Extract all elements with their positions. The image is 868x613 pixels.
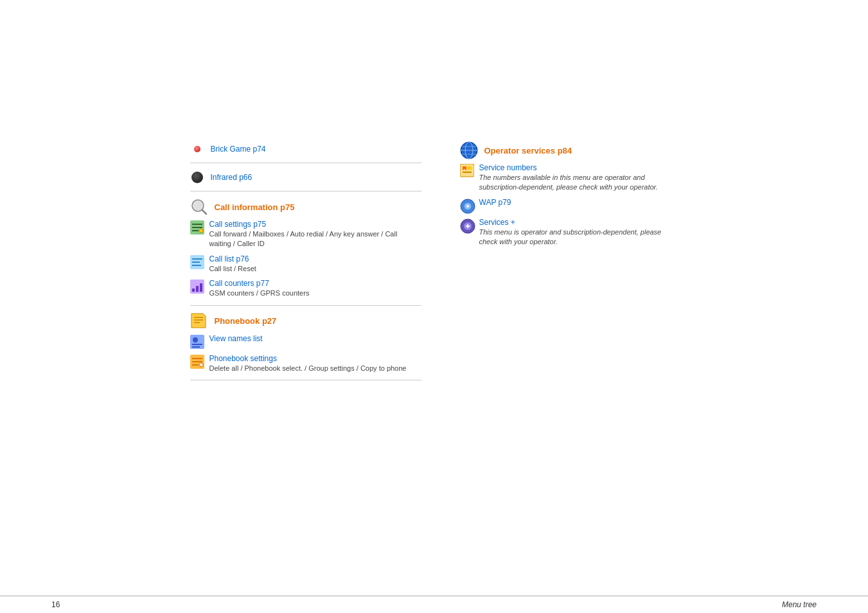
svg-rect-22	[192, 346, 200, 348]
call-counters-item: Call counters p77 GSM counters / GPRS co…	[190, 279, 421, 298]
call-list-text: Call list p76 Call list / Reset	[209, 254, 421, 274]
service-numbers-label: Service numbers	[479, 163, 678, 172]
footer-title: Menu tree	[782, 600, 817, 609]
svg-rect-10	[192, 265, 201, 266]
phonebook-settings-label: Phonebook settings	[209, 354, 421, 363]
svg-rect-25	[192, 361, 202, 362]
svg-point-6	[199, 229, 203, 233]
call-information-title: Call information p75	[215, 202, 295, 212]
call-settings-icon	[190, 220, 204, 235]
call-settings-label: Call settings p75	[209, 220, 421, 229]
services-plus-icon	[460, 218, 474, 233]
phonebook-settings-desc: Delete all / Phonebook select. / Group s…	[209, 364, 421, 373]
svg-rect-5	[192, 230, 199, 231]
call-list-desc: Call list / Reset	[209, 264, 421, 274]
red-dot-icon	[190, 142, 204, 156]
svg-rect-8	[192, 258, 202, 260]
svg-rect-26	[192, 364, 199, 366]
infrared-icon	[190, 170, 204, 184]
wap-label: WAP p79	[479, 198, 678, 207]
call-counters-icon	[190, 280, 204, 294]
service-numbers-item: Service numbers The numbers available in…	[460, 163, 678, 193]
call-settings-item: Call settings p75 Call forward / Mailbox…	[190, 220, 421, 249]
call-list-label: Call list p76	[209, 254, 421, 263]
infrared-label: Infrared p66	[211, 173, 252, 182]
divider-1	[190, 163, 421, 163]
call-list-item: Call list p76 Call list / Reset	[190, 254, 421, 274]
wap-item: WAP p79	[460, 198, 678, 213]
services-plus-label: Services +	[479, 218, 678, 227]
svg-text:+: +	[200, 364, 202, 368]
footer-bar: 16 Menu tree	[0, 596, 868, 613]
view-names-label: View names list	[209, 334, 421, 343]
svg-rect-14	[200, 283, 202, 292]
page-number: 16	[51, 600, 60, 609]
magnifier-icon	[190, 198, 208, 216]
call-settings-desc: Call forward / Mailboxes / Auto redial /…	[209, 229, 421, 249]
brick-game-section: Brick Game p74	[190, 141, 421, 156]
svg-point-20	[193, 337, 198, 342]
svg-rect-3	[192, 224, 202, 225]
services-plus-text: Services + This menu is operator and sub…	[479, 218, 678, 247]
svg-rect-4	[192, 227, 202, 228]
left-column: Brick Game p74 Infrared p66 Cal	[190, 141, 421, 387]
call-counters-text: Call counters p77 GSM counters / GPRS co…	[209, 279, 421, 298]
divider-2	[190, 191, 421, 191]
svg-point-40	[466, 205, 469, 208]
ph-settings-icon: +	[190, 355, 204, 369]
wap-text: WAP p79	[479, 198, 678, 207]
service-numbers-icon	[460, 164, 474, 178]
view-names-text: View names list	[209, 334, 421, 343]
phonebook-title: Phonebook p27	[215, 316, 277, 326]
services-plus-item: Services + This menu is operator and sub…	[460, 218, 678, 247]
svg-rect-9	[192, 262, 200, 263]
phonebook-icon	[190, 312, 208, 330]
content-area: Brick Game p74 Infrared p66 Cal	[190, 141, 678, 387]
view-names-item: View names list	[190, 334, 421, 349]
operator-services-header: Operator services p84	[460, 141, 678, 159]
svg-rect-34	[460, 164, 474, 177]
operator-services-title: Operator services p84	[484, 146, 572, 155]
infrared-section: Infrared p66	[190, 170, 421, 184]
call-settings-text: Call settings p75 Call forward / Mailbox…	[209, 220, 421, 249]
svg-rect-21	[192, 344, 202, 345]
phonebook-settings-text: Phonebook settings Delete all / Phoneboo…	[209, 354, 421, 373]
call-information-header: Call information p75	[190, 198, 421, 216]
globe-icon	[460, 141, 478, 159]
call-counters-desc: GSM counters / GPRS counters	[209, 289, 421, 298]
phonebook-header: Phonebook p27	[190, 312, 421, 330]
svg-rect-37	[463, 172, 472, 173]
divider-3	[190, 305, 421, 306]
svg-marker-15	[191, 314, 206, 328]
names-icon	[190, 335, 204, 349]
call-list-icon	[190, 255, 204, 269]
svg-rect-12	[192, 289, 195, 292]
brick-game-label: Brick Game p74	[211, 145, 266, 154]
services-plus-desc: This menu is operator and subscription-d…	[479, 227, 678, 247]
right-column: Operator services p84 Service numbers Th…	[460, 141, 678, 253]
wap-icon	[460, 199, 474, 213]
page-container: Brick Game p74 Infrared p66 Cal	[0, 0, 868, 425]
service-numbers-desc: The numbers available in this menu are o…	[479, 173, 678, 193]
call-counters-label: Call counters p77	[209, 279, 421, 288]
svg-rect-24	[192, 358, 202, 359]
phonebook-settings-item: + Phonebook settings Delete all / Phoneb…	[190, 354, 421, 373]
service-numbers-text: Service numbers The numbers available in…	[479, 163, 678, 193]
divider-4	[190, 380, 421, 380]
svg-rect-13	[196, 286, 199, 292]
svg-line-1	[202, 210, 206, 214]
